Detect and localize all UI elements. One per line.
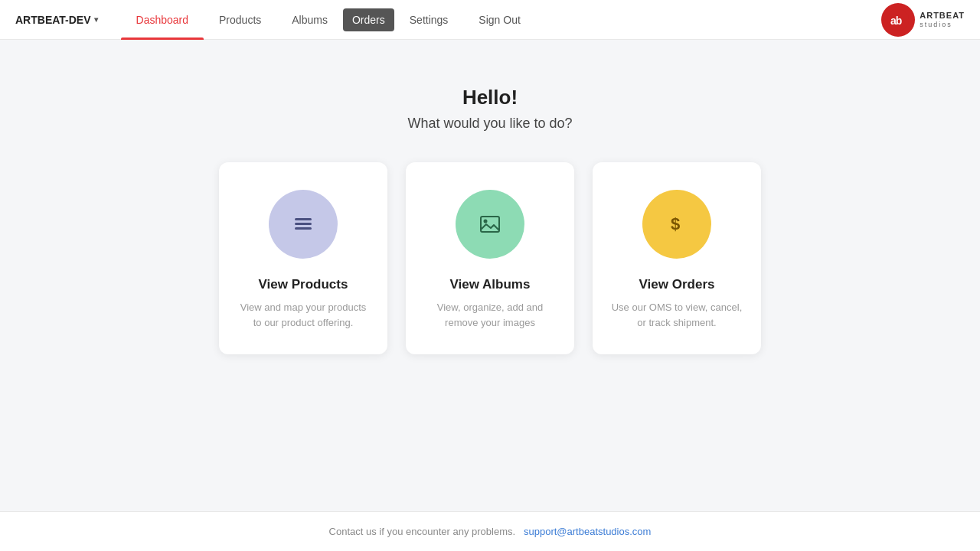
card-view-orders[interactable]: $ View Orders Use our OMS to view, cance… bbox=[593, 162, 761, 354]
card-products-title: View Products bbox=[259, 277, 348, 292]
nav-settings[interactable]: Settings bbox=[394, 0, 464, 40]
card-albums-title: View Albums bbox=[450, 277, 531, 292]
nav-signout[interactable]: Sign Out bbox=[463, 0, 535, 40]
svg-rect-6 bbox=[481, 217, 499, 232]
nav-dashboard[interactable]: Dashboard bbox=[121, 0, 204, 40]
dollar-icon: $ bbox=[662, 210, 691, 239]
nav-orders[interactable]: Orders bbox=[343, 8, 394, 31]
navbar: ARTBEAT-DEV ▾ Dashboard Products Albums … bbox=[0, 0, 980, 40]
list-icon bbox=[289, 210, 318, 239]
logo: ab artbeat studios bbox=[881, 3, 965, 37]
albums-icon-circle bbox=[456, 190, 524, 259]
svg-rect-4 bbox=[295, 227, 312, 230]
nav-products[interactable]: Products bbox=[204, 0, 276, 40]
image-icon bbox=[475, 210, 505, 239]
footer-text: Contact us if you encounter any problems… bbox=[329, 526, 516, 537]
card-products-desc: View and map your products to our produc… bbox=[237, 300, 369, 330]
orders-icon-circle: $ bbox=[642, 190, 711, 259]
card-orders-desc: Use our OMS to view, cancel, or track sh… bbox=[611, 300, 743, 330]
brand-name: ARTBEAT-DEV bbox=[15, 14, 91, 26]
svg-point-7 bbox=[484, 220, 488, 223]
brand-dropdown-icon: ▾ bbox=[94, 15, 98, 24]
hero-subtitle: What would you like to do? bbox=[407, 116, 572, 132]
svg-text:$: $ bbox=[671, 214, 680, 233]
nav-albums[interactable]: Albums bbox=[276, 0, 343, 40]
svg-rect-3 bbox=[295, 223, 312, 225]
logo-text: artbeat studios bbox=[920, 11, 965, 29]
svg-rect-2 bbox=[295, 218, 312, 220]
footer: Contact us if you encounter any problems… bbox=[0, 511, 980, 551]
svg-text:ab: ab bbox=[890, 15, 902, 27]
footer-support-link[interactable]: support@artbeatstudios.com bbox=[524, 526, 651, 537]
nav-links: Dashboard Products Albums Orders Setting… bbox=[121, 0, 882, 40]
card-view-products[interactable]: View Products View and map your products… bbox=[219, 162, 387, 354]
card-albums-desc: View, organize, add and remove your imag… bbox=[424, 300, 556, 330]
hero-title: Hello! bbox=[462, 86, 518, 109]
logo-circle: ab bbox=[881, 3, 915, 37]
cards-row: View Products View and map your products… bbox=[219, 162, 761, 354]
main-content: Hello! What would you like to do? View P… bbox=[0, 40, 980, 511]
card-view-albums[interactable]: View Albums View, organize, add and remo… bbox=[406, 162, 574, 354]
card-orders-title: View Orders bbox=[639, 277, 715, 292]
products-icon-circle bbox=[269, 190, 338, 259]
svg-rect-5 bbox=[299, 218, 299, 220]
brand[interactable]: ARTBEAT-DEV ▾ bbox=[15, 14, 98, 26]
